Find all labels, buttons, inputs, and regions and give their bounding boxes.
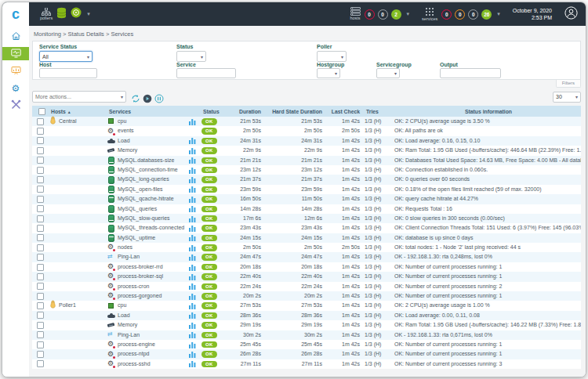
graph-icon[interactable] bbox=[189, 361, 196, 366]
row-checkbox[interactable] bbox=[37, 341, 44, 348]
graph-icon[interactable] bbox=[189, 235, 196, 240]
host-name-link[interactable]: Central bbox=[59, 117, 77, 126]
row-checkbox[interactable] bbox=[37, 118, 44, 125]
breadcrumb[interactable]: Monitoring > Status Details > Services bbox=[29, 26, 586, 41]
pollers-status-group[interactable]: pollers ▾ bbox=[40, 7, 90, 22]
host-name-link[interactable]: Poller1 bbox=[59, 301, 76, 310]
column-status[interactable]: Status bbox=[201, 109, 228, 114]
row-checkbox[interactable] bbox=[37, 128, 44, 135]
service-name-link[interactable]: MySQL_queries bbox=[118, 204, 157, 214]
service-name-link[interactable]: MySQL_slow-queries bbox=[118, 214, 170, 223]
output-input[interactable] bbox=[440, 68, 501, 78]
service-name-link[interactable]: Load bbox=[118, 136, 130, 146]
graph-icon[interactable] bbox=[189, 118, 196, 124]
service-name-link[interactable]: process-ntpd bbox=[118, 349, 149, 359]
graph-icon[interactable] bbox=[189, 157, 196, 163]
page-size-select[interactable]: 30 ▾ bbox=[553, 92, 581, 103]
status-counter[interactable]: 0 bbox=[455, 9, 465, 20]
more-actions-select[interactable]: More actions... ▾ bbox=[32, 91, 126, 103]
service-name-link[interactable]: Memory bbox=[118, 146, 137, 155]
row-checkbox[interactable] bbox=[37, 244, 44, 251]
row-checkbox[interactable] bbox=[37, 147, 44, 154]
service-name-link[interactable]: Ping-Lan bbox=[118, 252, 140, 262]
row-checkbox[interactable] bbox=[37, 167, 44, 174]
graph-icon[interactable] bbox=[189, 264, 196, 269]
service-name-link[interactable]: process-broker-sql bbox=[118, 272, 163, 281]
poller-select[interactable]: ▾ bbox=[317, 51, 347, 62]
column-duration[interactable]: Duration bbox=[228, 109, 266, 114]
row-checkbox[interactable] bbox=[37, 312, 44, 319]
service-name-link[interactable]: MySQL_threads-connected bbox=[118, 223, 184, 233]
filters-tab[interactable]: Filters bbox=[556, 80, 581, 88]
service-input[interactable] bbox=[176, 68, 236, 78]
graph-icon[interactable] bbox=[189, 332, 196, 337]
service-name-link[interactable]: MySQL_qcache-hitrate bbox=[118, 194, 174, 204]
service-name-link[interactable]: cpu bbox=[118, 301, 126, 310]
service-name-link[interactable]: MySQL.databases-size bbox=[118, 156, 174, 165]
sidebar-item-configuration[interactable]: ⚙ bbox=[2, 81, 29, 95]
graph-icon[interactable] bbox=[189, 283, 196, 289]
graph-icon[interactable] bbox=[189, 312, 196, 318]
row-checkbox[interactable] bbox=[37, 273, 44, 280]
status-select[interactable]: ▾ bbox=[176, 51, 206, 62]
row-checkbox[interactable] bbox=[37, 331, 44, 338]
row-checkbox[interactable] bbox=[37, 225, 44, 232]
graph-icon[interactable] bbox=[189, 206, 196, 211]
column-hosts[interactable]: Hosts ▲ bbox=[49, 109, 107, 114]
row-checkbox[interactable] bbox=[37, 137, 44, 144]
service-name-link[interactable]: process-sshd bbox=[118, 359, 151, 369]
chevron-down-icon[interactable]: ▾ bbox=[497, 11, 500, 17]
service-name-link[interactable]: process-engine bbox=[118, 340, 155, 349]
chevron-down-icon[interactable]: ▾ bbox=[407, 11, 410, 17]
centreon-logo[interactable]: c bbox=[2, 2, 29, 26]
graph-icon[interactable] bbox=[189, 138, 196, 143]
service-name-link[interactable]: MySQL_connection-time bbox=[118, 165, 178, 175]
column-tries[interactable]: Tries bbox=[365, 109, 394, 114]
status-counter[interactable]: 0 bbox=[378, 9, 388, 20]
row-checkbox[interactable] bbox=[37, 186, 44, 193]
service-name-link[interactable]: events bbox=[118, 126, 134, 135]
row-checkbox[interactable] bbox=[37, 293, 44, 300]
row-checkbox[interactable] bbox=[37, 264, 44, 271]
graph-icon[interactable] bbox=[189, 273, 196, 279]
status-counter[interactable]: 2 bbox=[391, 9, 401, 20]
row-checkbox[interactable] bbox=[37, 234, 44, 241]
service-name-link[interactable]: process-broker-rrd bbox=[118, 262, 163, 272]
service-name-link[interactable]: process-gorgoned bbox=[118, 291, 162, 301]
service-status-select[interactable]: All ▾ bbox=[39, 51, 93, 62]
graph-icon[interactable] bbox=[189, 147, 196, 153]
graph-icon[interactable] bbox=[189, 215, 196, 221]
graph-icon[interactable] bbox=[189, 302, 196, 308]
status-counter[interactable]: 0 bbox=[468, 9, 478, 20]
service-name-link[interactable]: Ping-Lan bbox=[118, 330, 140, 340]
graph-icon[interactable] bbox=[189, 351, 196, 356]
service-name-link[interactable]: MySQL_long-queries bbox=[118, 175, 169, 184]
graph-icon[interactable] bbox=[189, 225, 196, 230]
graph-icon[interactable] bbox=[189, 196, 196, 201]
chevron-down-icon[interactable]: ▾ bbox=[87, 11, 90, 17]
graph-icon[interactable] bbox=[189, 293, 196, 298]
status-counter[interactable]: 26 bbox=[481, 9, 492, 20]
row-checkbox[interactable] bbox=[37, 196, 44, 203]
column-last-check[interactable]: Last Check bbox=[327, 109, 365, 114]
sidebar-item-monitoring[interactable] bbox=[2, 47, 29, 60]
row-checkbox[interactable] bbox=[37, 360, 44, 367]
service-name-link[interactable]: MySQL_open-files bbox=[118, 185, 163, 194]
column-hard-state-duration[interactable]: Hard State Duration bbox=[266, 109, 327, 114]
host-input[interactable] bbox=[39, 68, 97, 78]
row-checkbox[interactable] bbox=[37, 176, 44, 183]
refresh-icon[interactable] bbox=[131, 92, 140, 102]
row-checkbox[interactable] bbox=[37, 283, 44, 290]
status-counter[interactable]: 0 bbox=[441, 9, 452, 20]
graph-icon[interactable] bbox=[189, 341, 196, 347]
sidebar-item-administration[interactable] bbox=[2, 99, 29, 112]
row-checkbox[interactable] bbox=[37, 205, 44, 212]
graph-icon[interactable] bbox=[189, 167, 196, 172]
row-checkbox[interactable] bbox=[37, 215, 44, 222]
status-counter[interactable]: 0 bbox=[365, 9, 375, 20]
service-name-link[interactable]: cpu bbox=[118, 117, 126, 126]
service-name-link[interactable]: process-cron bbox=[118, 282, 149, 291]
service-name-link[interactable]: nodes bbox=[118, 243, 132, 252]
row-checkbox[interactable] bbox=[37, 254, 44, 261]
column-services[interactable]: Services bbox=[107, 109, 189, 114]
